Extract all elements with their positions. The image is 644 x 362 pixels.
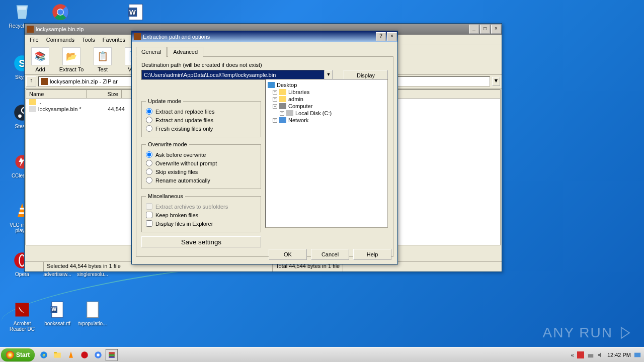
expand-icon[interactable]: +	[273, 97, 277, 102]
svg-point-12	[18, 114, 22, 118]
misc-opt1: Extract archives to subfolders	[146, 202, 257, 211]
extraction-dialog: Extraction path and options ? × General …	[131, 31, 398, 264]
chrome-icon	[50, 2, 70, 22]
menu-file[interactable]: File	[27, 36, 42, 44]
up-button[interactable]: ↑	[26, 76, 36, 86]
svg-rect-25	[87, 302, 99, 318]
desktop-icon-chrome[interactable]	[44, 2, 76, 23]
file-icon	[83, 300, 103, 320]
overwrite-opt2[interactable]: Overwrite without prompt	[146, 159, 257, 167]
expand-icon[interactable]: +	[273, 90, 277, 95]
menu-commands[interactable]: Commands	[43, 36, 77, 44]
taskbar-vlc[interactable]	[65, 349, 77, 361]
test-icon: 📋	[94, 47, 112, 65]
taskbar-chrome[interactable]	[92, 349, 104, 361]
tree-computer[interactable]: −Computer	[268, 103, 385, 110]
update-opt2[interactable]: Extract and update files	[146, 116, 257, 124]
svg-rect-36	[109, 356, 115, 357]
play-icon	[616, 324, 634, 342]
menu-tools[interactable]: Tools	[79, 36, 98, 44]
add-icon: 📚	[31, 47, 49, 65]
menu-favorites[interactable]: Favorites	[100, 36, 128, 44]
update-opt1[interactable]: Extract and replace files	[146, 107, 257, 116]
folder-icon	[29, 99, 36, 105]
word-file-icon: W	[47, 300, 67, 320]
update-opt3[interactable]: Fresh existing files only	[146, 124, 257, 133]
archive-icon	[41, 78, 48, 85]
acrobat-icon	[12, 300, 32, 320]
destination-input[interactable]	[141, 70, 325, 80]
start-button[interactable]: Start	[1, 348, 35, 361]
toolbar-add[interactable]: 📚Add	[27, 47, 54, 72]
taskbar: Start e « 12:42 PM	[0, 347, 644, 362]
close-button[interactable]: ×	[491, 25, 501, 34]
expand-icon[interactable]: +	[273, 118, 277, 123]
tree-localdisk[interactable]: +Local Disk (C:)	[268, 110, 385, 117]
misc-opt2[interactable]: Keep broken files	[146, 211, 257, 219]
word-icon: W	[126, 2, 146, 22]
expand-icon[interactable]: +	[280, 111, 284, 116]
misc-opt3[interactable]: Display files in Explorer	[146, 219, 257, 228]
tree-libraries[interactable]: +Libraries	[268, 88, 385, 96]
desktop-icon-file2[interactable]: W bookssat.rtf	[41, 300, 73, 326]
gauge	[25, 262, 44, 272]
toolbar-extract[interactable]: 📂Extract To	[58, 47, 85, 72]
winrar-icon	[134, 33, 141, 40]
close-button[interactable]: ×	[387, 32, 397, 41]
overwrite-opt1[interactable]: Ask before overwrite	[146, 150, 257, 159]
tray-show-desktop[interactable]	[634, 351, 641, 358]
desktop-icon-file4[interactable]: tvpopulatio...	[76, 300, 109, 326]
desktop-icon-acrobat[interactable]: Acrobat Reader DC	[6, 300, 38, 332]
tab-advanced[interactable]: Advanced	[168, 47, 203, 57]
tray-expand-icon[interactable]: «	[571, 352, 574, 358]
watermark: ANY RUN	[542, 324, 634, 342]
tree-network[interactable]: +Network	[268, 117, 385, 124]
svg-rect-29	[54, 352, 57, 353]
tree-admin[interactable]: +admin	[268, 96, 385, 103]
clock[interactable]: 12:42 PM	[607, 352, 631, 358]
desktop-icon-word[interactable]: W	[120, 2, 152, 23]
col-size[interactable]: Size	[87, 90, 122, 98]
recycle-bin-icon	[12, 2, 32, 22]
taskbar-explorer[interactable]	[51, 349, 63, 361]
tray-network-icon[interactable]	[587, 351, 594, 358]
help-button[interactable]: ?	[376, 32, 386, 41]
svg-rect-37	[577, 351, 584, 358]
computer-icon	[279, 103, 286, 109]
overwrite-opt3[interactable]: Skip existing files	[146, 167, 257, 176]
path-dropdown[interactable]: ▼	[492, 77, 500, 86]
destination-label: Destination path (will be created if doe…	[141, 62, 388, 68]
misc-group: Miscellaneous Extract archives to subfol…	[141, 193, 261, 232]
tray-flag-icon[interactable]	[577, 351, 584, 358]
taskbar-opera[interactable]	[78, 349, 91, 361]
folder-tree[interactable]: Desktop +Libraries +admin −Computer +Loc…	[265, 79, 388, 228]
dialog-title: Extraction path and options	[143, 34, 210, 40]
destination-dropdown[interactable]: ▼	[325, 70, 333, 80]
help-button[interactable]: Help	[353, 249, 391, 260]
overwrite-mode-group: Overwrite mode Ask before overwrite Over…	[141, 141, 261, 189]
disk-icon	[286, 110, 293, 116]
desktop-icon	[268, 82, 275, 88]
col-name[interactable]: Name	[26, 90, 87, 98]
dialog-titlebar[interactable]: Extraction path and options ? ×	[132, 31, 397, 42]
tray-volume-icon[interactable]	[597, 351, 604, 358]
taskbar-ie[interactable]: e	[38, 349, 50, 361]
svg-text:e: e	[43, 352, 45, 357]
save-settings-button[interactable]: Save settings	[141, 236, 261, 247]
cancel-button[interactable]: Cancel	[311, 249, 349, 260]
toolbar-test[interactable]: 📋Test	[89, 47, 116, 72]
winrar-icon	[27, 26, 34, 33]
tabs: General Advanced	[136, 46, 393, 57]
svg-point-4	[57, 9, 63, 15]
system-tray: « 12:42 PM	[571, 351, 644, 358]
update-mode-group: Update mode Extract and replace files Ex…	[141, 98, 261, 137]
overwrite-opt4[interactable]: Rename automatically	[146, 176, 257, 185]
ok-button[interactable]: OK	[269, 249, 307, 260]
svg-rect-35	[109, 354, 115, 355]
maximize-button[interactable]: □	[480, 25, 490, 34]
tree-desktop[interactable]: Desktop	[268, 81, 385, 88]
taskbar-winrar[interactable]	[106, 349, 118, 361]
tab-general[interactable]: General	[136, 47, 167, 57]
collapse-icon[interactable]: −	[273, 104, 277, 109]
minimize-button[interactable]: _	[469, 25, 479, 34]
